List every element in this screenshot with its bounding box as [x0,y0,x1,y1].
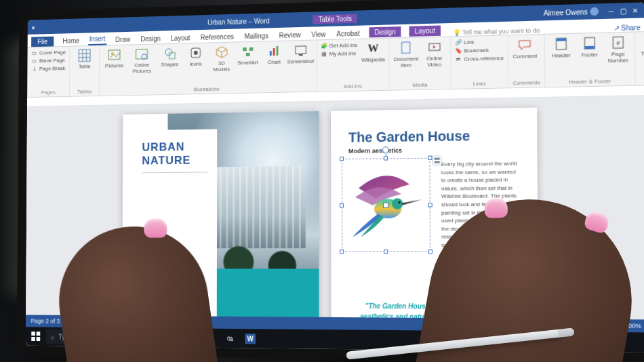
svg-rect-20 [276,46,278,56]
tab-acrobat[interactable]: Acrobat [335,28,361,39]
close-button[interactable]: ✕ [630,6,640,14]
table-button[interactable]: Table [74,48,96,71]
page-number-button[interactable]: #Page Number [606,35,630,64]
svg-rect-29 [584,46,595,49]
tab-insert[interactable]: Insert [88,34,106,45]
online-pictures-button[interactable]: Online Pictures [129,46,155,75]
get-addins-button[interactable]: 🧩Get Add-ins [321,41,357,49]
tab-home[interactable]: Home [61,36,81,46]
online-pictures-icon [135,47,149,62]
blank-page-button[interactable]: ▭Blank Page [31,56,66,64]
svg-marker-25 [433,45,436,48]
document-item-button[interactable]: Document Item [394,40,419,69]
layout-options-button[interactable] [432,155,441,165]
smartart-icon [241,44,255,59]
start-button[interactable] [28,328,43,344]
rotate-handle[interactable] [382,146,389,153]
tab-design[interactable]: Design [139,34,161,45]
cross-reference-button[interactable]: ⇄Cross-reference [455,54,504,62]
pictures-button[interactable]: Pictures [104,47,125,70]
online-video-button[interactable]: Online Video [422,39,446,68]
3d-models-button[interactable]: 3D Models [210,45,233,73]
chart-icon [267,43,281,59]
tab-references[interactable]: References [199,32,235,43]
page-break-button[interactable]: ⤓Page Break [31,64,66,72]
svg-rect-21 [296,46,306,54]
tab-draw[interactable]: Draw [114,35,132,45]
taskbar-app-word[interactable]: W [242,329,259,348]
smartart-button[interactable]: SmartArt [237,44,259,66]
group-header-footer: Header Footer #Page Number Header & Foot… [545,33,636,87]
svg-point-9 [165,49,172,56]
svg-rect-15 [243,47,247,51]
minimize-button[interactable]: ─ [606,7,616,15]
icons-icon [188,45,203,60]
chart-button[interactable]: Chart [263,43,285,66]
shapes-icon [163,46,177,61]
resize-handle-bl[interactable] [340,249,344,254]
window-controls: ─ ▢ ✕ [606,6,640,15]
shapes-button[interactable]: Shapes [159,46,180,68]
svg-rect-39 [31,331,35,336]
group-media: Document Item Online Video Media [390,37,451,89]
account-name: Aimee Owens [544,7,588,16]
video-icon [426,39,441,55]
bookmark-button[interactable]: 🔖Bookmark [455,46,504,54]
autosave-toggle[interactable]: ● [31,24,35,31]
cover-title-line2: NATURE [142,153,207,167]
tab-ctx-design[interactable]: Design [369,26,401,37]
cover-page-button[interactable]: ▭Cover Page [31,49,66,56]
group-illustrations: Pictures Online Pictures Shapes Icons 3D… [100,40,317,96]
svg-rect-41 [31,337,35,341]
resize-handle-br[interactable] [428,249,432,254]
tab-file[interactable]: File [31,37,54,47]
wikipedia-button[interactable]: WWikipedia [361,41,385,64]
tab-view[interactable]: View [310,29,327,40]
svg-rect-23 [402,42,410,54]
cover-title-line1: URBAN [142,140,207,155]
hummingbird-image[interactable] [348,170,424,240]
icons-button[interactable]: Icons [184,45,207,68]
resize-handle-ml[interactable] [340,203,344,207]
status-page[interactable]: Page 2 of 3 [31,318,60,325]
cover-teal-band [217,268,319,319]
contextual-tab-group: Table Tools [313,14,357,24]
group-text: AText Box ▤Quick Parts AWordArt ✎Signatu… [635,29,644,85]
svg-point-38 [399,201,401,203]
comment-button[interactable]: Comment [512,37,537,60]
selected-image-frame[interactable] [342,158,430,252]
screenshot-icon [294,43,308,58]
svg-text:#: # [616,39,620,47]
resize-handle-tl[interactable] [340,157,344,161]
article-title: The Garden House [348,127,519,145]
resize-handle-mr[interactable] [428,203,432,207]
tab-layout[interactable]: Layout [169,33,191,43]
tab-review[interactable]: Review [278,30,302,41]
comment-icon [517,37,533,52]
header-button[interactable]: Header [549,36,573,60]
group-comments: Comment Comments [508,35,545,87]
svg-point-37 [392,198,403,209]
tab-mailings[interactable]: Mailings [243,31,269,41]
tab-ctx-layout[interactable]: Layout [409,25,441,36]
account-menu[interactable]: Aimee Owens [544,7,599,18]
wikipedia-icon: W [365,41,380,56]
my-addins-button[interactable]: ▦My Add-ins [321,49,357,57]
table-icon [78,48,92,63]
footer-button[interactable]: Footer [578,35,602,59]
search-icon: ⌕ [51,333,55,340]
link-button[interactable]: 🔗Link [455,38,504,46]
taskbar-app-store[interactable]: 🛍 [222,329,239,347]
doc-item-icon [399,40,414,56]
svg-point-12 [194,51,198,55]
svg-rect-10 [169,53,175,59]
screenshot-button[interactable]: Screenshot [289,43,312,66]
text-box-button[interactable]: AText Box [639,34,644,58]
share-button[interactable]: ↗ Share [613,24,641,32]
group-tables: Table Tables [70,46,100,96]
svg-rect-40 [37,331,41,336]
maximize-button[interactable]: ▢ [618,7,628,15]
resize-handle-bm[interactable] [384,249,388,254]
resize-handle-tm[interactable] [384,156,388,160]
svg-rect-19 [273,48,275,56]
